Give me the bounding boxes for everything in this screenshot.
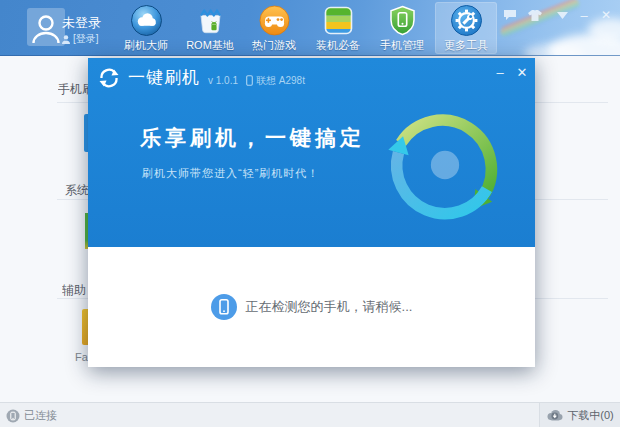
section-label-assist: 辅助 bbox=[62, 282, 88, 299]
toolbar-item-label: 装机必备 bbox=[316, 38, 360, 53]
downloads-label: 下载中(0) bbox=[567, 408, 613, 423]
dialog-title: 一键刷机 bbox=[128, 66, 200, 89]
banner-heading: 乐享刷机，一键搞定 bbox=[140, 124, 365, 152]
connection-status: 已连接 bbox=[24, 408, 57, 423]
gear-wrench-icon bbox=[450, 4, 483, 37]
cloud-icon bbox=[130, 4, 163, 37]
banner-subheading: 刷机大师带您进入“轻”刷机时代！ bbox=[142, 166, 319, 181]
phone-detect-icon bbox=[211, 294, 237, 320]
rom-bag-icon bbox=[194, 4, 227, 37]
toolbar-item-flash-master[interactable]: 刷机大师 bbox=[115, 2, 177, 54]
dialog-version: v 1.0.1 bbox=[208, 75, 238, 86]
toolbar-item-hot-games[interactable]: 热门游戏 bbox=[243, 2, 305, 54]
downloads-button[interactable]: 下载中(0) bbox=[539, 403, 620, 427]
person-icon bbox=[29, 10, 63, 44]
login-link[interactable]: [登录] bbox=[73, 32, 99, 46]
top-toolbar: 未登录 [登录] 刷机大师 bbox=[0, 0, 620, 56]
section-label-phone: 手机刷 bbox=[58, 81, 88, 98]
toolbar-item-label: 热门游戏 bbox=[252, 38, 296, 53]
shield-phone-icon bbox=[386, 4, 419, 37]
dialog-close-icon[interactable]: ✕ bbox=[513, 64, 531, 80]
layers-icon bbox=[322, 4, 355, 37]
phone-connected-icon bbox=[6, 409, 20, 423]
toolbar-item-more-tools[interactable]: 更多工具 bbox=[435, 2, 497, 54]
section-label-system: 系统 bbox=[65, 182, 88, 199]
mini-person-icon bbox=[62, 35, 70, 44]
one-key-flash-dialog: 一键刷机 v 1.0.1 联想 A298t – ✕ 乐享刷机，一键搞定 刷机大师… bbox=[88, 58, 535, 367]
status-bar: 已连接 下载中(0) bbox=[0, 402, 620, 427]
feedback-bubble-icon[interactable] bbox=[501, 7, 519, 23]
toolbar-item-label: 手机管理 bbox=[380, 38, 424, 53]
refresh-arrows-graphic bbox=[380, 100, 510, 230]
section-label-fastboot: Fa bbox=[75, 351, 88, 363]
toolbar-item-label: 刷机大师 bbox=[124, 38, 168, 53]
toolbar-item-label: ROM基地 bbox=[186, 38, 234, 53]
app-window: 未登录 [登录] 刷机大师 bbox=[0, 0, 620, 427]
refresh-icon bbox=[98, 67, 120, 89]
avatar[interactable] bbox=[27, 8, 65, 46]
device-phone-icon bbox=[246, 75, 253, 86]
dialog-device-name: 联想 A298t bbox=[256, 74, 305, 88]
dialog-header-banner: 一键刷机 v 1.0.1 联想 A298t – ✕ 乐享刷机，一键搞定 刷机大师… bbox=[88, 58, 535, 247]
minimize-icon[interactable]: – bbox=[575, 7, 593, 23]
toolbar-item-phone-manage[interactable]: 手机管理 bbox=[371, 2, 433, 54]
toolbar-item-label: 更多工具 bbox=[444, 38, 488, 53]
chevron-down-icon[interactable] bbox=[553, 7, 571, 23]
skin-icon[interactable] bbox=[525, 7, 545, 23]
dialog-status-area: 正在检测您的手机，请稍候... bbox=[88, 247, 535, 367]
gamepad-icon bbox=[258, 4, 291, 37]
close-icon[interactable]: ✕ bbox=[597, 7, 615, 23]
cloud-download-icon bbox=[546, 409, 563, 421]
username-label: 未登录 bbox=[62, 14, 101, 32]
dialog-minimize-icon[interactable]: – bbox=[491, 64, 509, 80]
toolbar-item-rom-base[interactable]: ROM基地 bbox=[179, 2, 241, 54]
detect-status-message: 正在检测您的手机，请稍候... bbox=[246, 298, 413, 316]
toolbar-item-essential-apps[interactable]: 装机必备 bbox=[307, 2, 369, 54]
